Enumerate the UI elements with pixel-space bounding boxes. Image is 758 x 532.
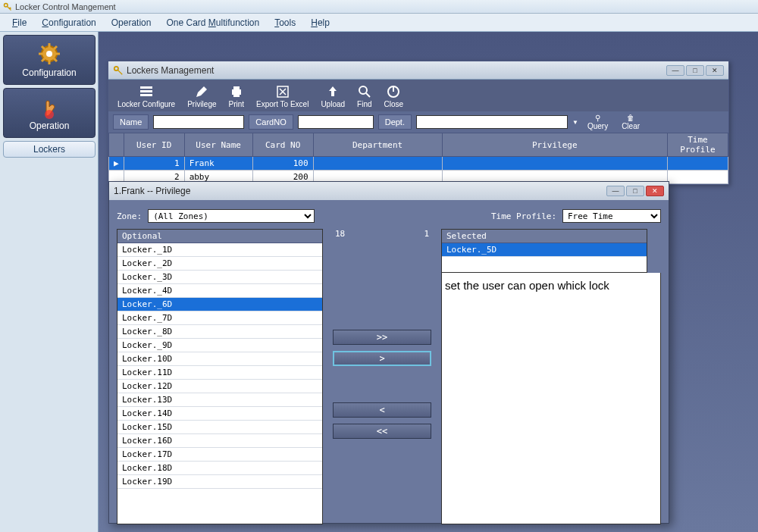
key-icon — [113, 65, 124, 76]
list-item[interactable]: Locker.10D — [117, 352, 322, 366]
col-userid[interactable]: User ID — [124, 133, 184, 157]
name-label: Name — [113, 114, 149, 130]
col-dept[interactable]: Department — [313, 133, 442, 157]
menu-operation[interactable]: Operation — [104, 15, 159, 30]
app-titlebar: Locker Control Mangement — [0, 0, 758, 14]
list-item[interactable]: Locker._4D — [117, 284, 322, 298]
remove-button[interactable]: < — [333, 402, 431, 418]
upload-icon — [326, 85, 340, 99]
col-timeprofile[interactable]: Time Profile — [668, 133, 728, 157]
list-item[interactable]: Locker._3D — [117, 271, 322, 284]
app-title: Locker Control Mangement — [15, 2, 116, 11]
child-toolbar: Locker Configure Privilege Print Export … — [108, 80, 728, 111]
sidebar-label: Lockers — [33, 144, 65, 155]
cardno-input[interactable] — [298, 115, 374, 129]
list-item[interactable]: Locker.13D — [117, 393, 322, 407]
list-icon — [139, 85, 153, 99]
toolbar-export[interactable]: Export To Excel — [250, 83, 315, 111]
query-button[interactable]: ⚲Query — [583, 114, 612, 130]
dialog-maximize[interactable]: □ — [626, 186, 644, 196]
search-bar: Name CardNO Dept. ▼ ⚲Query 🗑Clear — [108, 111, 728, 133]
list-item[interactable]: Locker.16D — [117, 434, 322, 448]
zone-select[interactable]: (All Zones) — [148, 209, 315, 223]
col-privilege[interactable]: Privilege — [442, 133, 667, 157]
selected-listbox[interactable]: Selected Locker._5D — [441, 229, 647, 273]
dialog-title: 1.Frank -- Privilege — [114, 186, 606, 196]
dialog-close[interactable]: ✕ — [646, 186, 664, 196]
trash-icon: 🗑 — [627, 114, 634, 122]
cardno-label: CardNO — [249, 114, 293, 130]
list-item[interactable]: Locker.12D — [117, 380, 322, 393]
minimize-button[interactable]: — — [666, 65, 684, 76]
annotation-text: set the user can open whick lock — [441, 273, 661, 524]
svg-rect-5 — [140, 86, 152, 89]
svg-point-12 — [359, 86, 367, 94]
list-item[interactable]: Locker.11D — [117, 366, 322, 380]
maximize-button[interactable]: □ — [686, 65, 704, 76]
toolbar-locker-configure[interactable]: Locker Configure — [111, 83, 181, 111]
dialog-titlebar[interactable]: 1.Frank -- Privilege — □ ✕ — [109, 182, 669, 200]
optional-header: Optional — [117, 230, 322, 243]
sidebar-lockers[interactable]: Lockers — [3, 141, 96, 158]
menu-help[interactable]: Help — [303, 15, 337, 30]
sidebar-label: Operation — [30, 120, 70, 131]
col-username[interactable]: User Name — [184, 133, 252, 157]
list-item[interactable]: Locker.17D — [117, 448, 322, 462]
printer-icon — [230, 85, 243, 99]
pen-icon — [195, 85, 208, 99]
list-item[interactable]: Locker.19D — [117, 475, 322, 489]
svg-rect-6 — [140, 90, 152, 92]
svg-point-3 — [45, 110, 54, 119]
svg-rect-7 — [140, 94, 152, 96]
timeprofile-select[interactable]: Free Time — [562, 209, 661, 223]
list-item[interactable]: Locker.15D — [117, 421, 322, 434]
list-item[interactable]: Locker.18D — [117, 462, 322, 475]
selected-header: Selected — [442, 230, 647, 243]
list-item[interactable]: Locker._2D — [117, 257, 322, 271]
toolbar-upload[interactable]: Upload — [315, 83, 351, 111]
list-item[interactable]: Locker._5D — [442, 243, 647, 257]
sidebar-label: Configuration — [22, 67, 76, 78]
clear-button[interactable]: 🗑Clear — [617, 114, 644, 130]
list-item[interactable]: Locker._6D — [117, 298, 322, 311]
svg-rect-9 — [233, 86, 240, 89]
child-titlebar[interactable]: Lockers Management — □ ✕ — [108, 61, 728, 80]
users-table: User ID User Name Card NO Department Pri… — [108, 133, 728, 184]
sidebar-configuration[interactable]: Configuration — [3, 35, 96, 85]
power-icon — [387, 85, 400, 99]
dept-input[interactable] — [416, 115, 568, 129]
close-button[interactable]: ✕ — [706, 65, 724, 76]
list-item[interactable]: Locker._1D — [117, 243, 322, 257]
toolbar-print[interactable]: Print — [223, 83, 251, 111]
sidebar-operation[interactable]: Operation — [3, 88, 96, 138]
list-item[interactable]: Locker._8D — [117, 325, 322, 339]
sidebar: Configuration Operation Lockers — [0, 32, 99, 532]
remove-all-button[interactable]: << — [333, 424, 431, 439]
list-item[interactable]: Locker._7D — [117, 311, 322, 325]
menu-configuration[interactable]: Configuration — [34, 15, 103, 30]
workspace: Lockers Management — □ ✕ Locker Configur… — [99, 32, 758, 532]
dialog-minimize[interactable]: — — [606, 186, 625, 196]
lockers-management-window: Lockers Management — □ ✕ Locker Configur… — [108, 61, 729, 185]
add-all-button[interactable]: >> — [333, 330, 431, 345]
col-cardno[interactable]: Card NO — [252, 133, 313, 157]
name-input[interactable] — [153, 115, 244, 129]
add-button[interactable]: > — [333, 351, 431, 366]
toolbar-privilege[interactable]: Privilege — [181, 83, 222, 111]
gear-icon — [37, 42, 61, 66]
svg-rect-10 — [233, 93, 240, 97]
list-item[interactable]: Locker._9D — [117, 339, 322, 352]
menu-onecard[interactable]: One Card Multifunction — [158, 15, 267, 30]
menu-file[interactable]: File — [5, 15, 34, 30]
timeprofile-label: Time Profile: — [491, 211, 556, 221]
selected-count: 1 — [424, 229, 429, 239]
dept-label: Dept. — [378, 114, 412, 130]
list-item[interactable]: Locker.14D — [117, 407, 322, 421]
search-icon: ⚲ — [595, 114, 600, 122]
optional-listbox[interactable]: Optional Locker._1DLocker._2DLocker._3DL… — [117, 229, 323, 524]
toolbar-close[interactable]: Close — [378, 83, 410, 111]
toolbar-find[interactable]: Find — [351, 83, 377, 111]
search-icon — [358, 85, 371, 99]
menu-tools[interactable]: Tools — [267, 15, 303, 30]
table-row[interactable]: ▶1Frank100 — [109, 157, 728, 171]
